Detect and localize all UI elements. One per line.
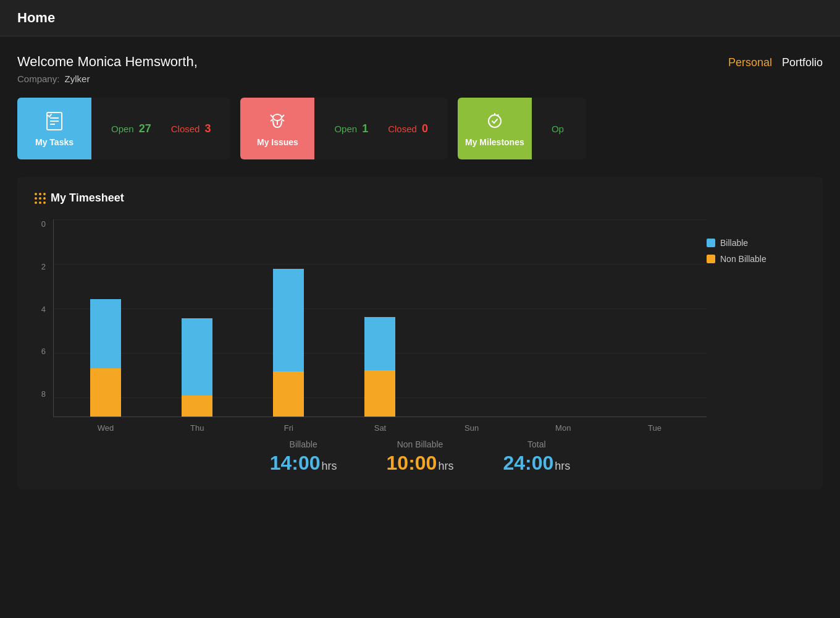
- welcome-text: Welcome Monica Hemsworth,: [17, 54, 198, 70]
- billable-segment: [182, 318, 212, 396]
- chart-inner: 8 6 4 2 0: [35, 219, 707, 417]
- milestones-open-label: Op: [552, 124, 564, 134]
- chart-area: 8 6 4 2 0: [35, 219, 707, 417]
- issues-closed-value: 0: [422, 122, 428, 135]
- nonbillable-segment: [182, 396, 212, 417]
- billable-summary-value: 14:00hrs: [270, 452, 337, 475]
- bar-stack: [273, 269, 304, 417]
- welcome-row: Welcome Monica Hemsworth, Personal Portf…: [17, 54, 823, 70]
- nonbillable-legend: Non Billable: [707, 254, 805, 264]
- issues-icon-block: My Issues: [240, 98, 314, 159]
- bar-stack: [182, 318, 212, 417]
- bars-row: WedThuFriSatSunMonTue: [53, 219, 707, 417]
- billable-segment: [273, 269, 304, 371]
- bar-group: Fri: [243, 238, 334, 417]
- milestones-stats: Op: [532, 98, 586, 159]
- bar-stack: [90, 299, 121, 417]
- nonbillable-color: [707, 255, 715, 263]
- company-name: Zylker: [65, 74, 90, 84]
- company-label: Company:: [17, 74, 59, 84]
- issues-open-stat: Open 1: [334, 122, 368, 135]
- billable-summary: Billable 14:00hrs: [270, 439, 337, 475]
- nonbillable-legend-label: Non Billable: [720, 254, 766, 264]
- billable-hrs: hrs: [322, 460, 337, 472]
- bar-group: Mon: [518, 238, 609, 417]
- svg-line-5: [271, 115, 273, 117]
- milestones-open-stat: Op: [552, 124, 566, 134]
- bar-day-label: Fri: [270, 423, 307, 433]
- cards-row: My Tasks Open 27 Closed 3: [17, 98, 823, 159]
- bar-group: Thu: [151, 238, 243, 417]
- bar-day-label: Sun: [453, 423, 490, 433]
- bar-group: Wed: [60, 238, 151, 417]
- chart-legend: Billable Non Billable: [707, 219, 805, 417]
- bar-day-label: Mon: [545, 423, 582, 433]
- tasks-closed-value: 3: [204, 122, 211, 135]
- total-summary: Total 24:00hrs: [503, 439, 570, 475]
- bar-day-label: Sat: [361, 423, 398, 433]
- page-title: Home: [17, 10, 55, 25]
- tasks-stats: Open 27 Closed 3: [91, 98, 230, 159]
- tasks-label: My Tasks: [35, 137, 74, 147]
- issues-label: My Issues: [257, 137, 298, 147]
- main-content: Welcome Monica Hemsworth, Personal Portf…: [0, 36, 840, 507]
- total-summary-label: Total: [503, 439, 570, 449]
- issues-icon: [266, 110, 288, 132]
- y-axis: 8 6 4 2 0: [35, 219, 53, 417]
- summary-row: Billable 14:00hrs Non Billable 10:00hrs …: [35, 434, 805, 475]
- tasks-open-value: 27: [139, 122, 151, 135]
- svg-point-4: [273, 114, 282, 121]
- portfolio-view-button[interactable]: Portfolio: [782, 56, 823, 69]
- issues-closed-label: Closed: [388, 124, 417, 134]
- company-row: Company: Zylker: [17, 74, 823, 84]
- nonbillable-segment: [273, 371, 304, 417]
- total-hrs: hrs: [555, 460, 570, 472]
- billable-summary-label: Billable: [270, 439, 337, 449]
- personal-view-button[interactable]: Personal: [728, 56, 772, 69]
- tasks-closed-label: Closed: [171, 124, 200, 134]
- bar-day-label: Tue: [636, 423, 673, 433]
- bars-wrapper: WedThuFriSatSunMonTue: [54, 238, 707, 417]
- tasks-icon: [43, 110, 65, 132]
- tasks-open-stat: Open 27: [111, 122, 151, 135]
- milestones-icon: [484, 110, 506, 132]
- bar-day-label: Wed: [87, 423, 124, 433]
- view-toggle: Personal Portfolio: [728, 56, 823, 69]
- issues-open-label: Open: [334, 124, 357, 134]
- tasks-icon-block: My Tasks: [17, 98, 91, 159]
- issues-open-value: 1: [362, 122, 368, 135]
- issues-card[interactable]: My Issues Open 1 Closed 0: [240, 98, 447, 159]
- tasks-open-label: Open: [111, 124, 134, 134]
- svg-point-10: [489, 115, 501, 127]
- bar-group: Tue: [609, 238, 700, 417]
- billable-legend: Billable: [707, 238, 805, 248]
- timesheet-section: My Timesheet 8 6 4 2 0: [17, 177, 823, 489]
- bar-group: Sun: [426, 238, 518, 417]
- nonbillable-summary-label: Non Billable: [387, 439, 454, 449]
- milestones-icon-block: My Milestones: [458, 98, 532, 159]
- nonbillable-segment: [364, 370, 395, 417]
- milestones-card[interactable]: My Milestones Op: [458, 98, 586, 159]
- billable-segment: [90, 299, 121, 368]
- billable-legend-label: Billable: [720, 238, 748, 248]
- bar-stack: [364, 317, 395, 417]
- nonbillable-summary: Non Billable 10:00hrs: [387, 439, 454, 475]
- svg-line-6: [282, 115, 284, 117]
- bar-group: Sat: [334, 238, 426, 417]
- chart-container: 8 6 4 2 0: [35, 219, 805, 417]
- nonbillable-summary-value: 10:00hrs: [387, 452, 454, 475]
- bars-area: WedThuFriSatSunMonTue: [53, 219, 707, 417]
- timesheet-title: My Timesheet: [51, 192, 124, 205]
- timesheet-header: My Timesheet: [35, 192, 805, 205]
- issues-stats: Open 1 Closed 0: [314, 98, 447, 159]
- header: Home: [0, 0, 840, 36]
- issues-closed-stat: Closed 0: [388, 122, 428, 135]
- milestones-label: My Milestones: [465, 137, 524, 147]
- nonbillable-segment: [90, 368, 121, 417]
- tasks-card[interactable]: My Tasks Open 27 Closed 3: [17, 98, 230, 159]
- bar-day-label: Thu: [178, 423, 216, 433]
- total-summary-value: 24:00hrs: [503, 452, 570, 475]
- nonbillable-hrs: hrs: [438, 460, 453, 472]
- billable-segment: [364, 317, 395, 370]
- billable-color: [707, 239, 715, 247]
